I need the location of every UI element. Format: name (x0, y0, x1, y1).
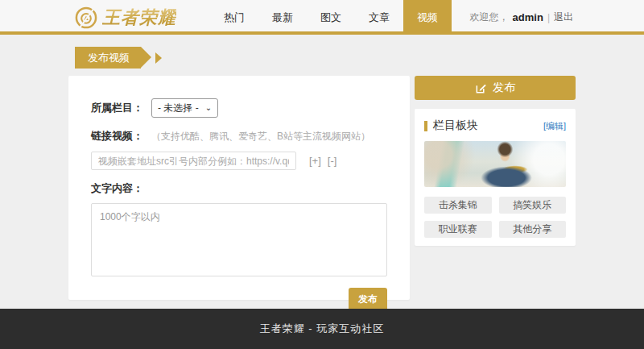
video-url-input[interactable] (91, 152, 296, 170)
nav-item-imagetext[interactable]: 图文 (307, 0, 355, 35)
welcome-text: 欢迎您， (470, 10, 509, 24)
breadcrumb-arrow-tip-icon (155, 52, 162, 64)
title-accent-bar (424, 121, 427, 131)
category-grid: 击杀集锦 搞笑娱乐 职业联赛 其他分享 (424, 197, 566, 238)
nav-item-articles[interactable]: 文章 (355, 0, 403, 35)
edit-square-icon (475, 82, 487, 94)
user-area: 欢迎您， admin | 退出 (470, 10, 573, 24)
publish-video-form-card: 所属栏目： - 未选择 - ⌄ 链接视频： （支持优酷、腾讯、爱奇艺、B站等主流… (68, 76, 410, 300)
nav-item-hot[interactable]: 热门 (210, 0, 258, 35)
video-link-hint: （支持优酷、腾讯、爱奇艺、B站等主流视频网站） (151, 130, 370, 143)
category-button-proleague[interactable]: 职业联赛 (424, 221, 492, 238)
breadcrumb: 发布视频 (75, 47, 141, 69)
text-content-label: 文字内容： (91, 181, 387, 196)
category-button-kills[interactable]: 击杀集锦 (424, 197, 492, 214)
username[interactable]: admin (513, 11, 543, 23)
add-url-button[interactable]: [+] (309, 155, 321, 167)
site-logo[interactable]: 王者荣耀 (74, 6, 176, 30)
category-select-value: - 未选择 - (158, 102, 199, 115)
form-submit-button[interactable]: 发布 (349, 288, 387, 311)
logo-text: 王者荣耀 (102, 6, 176, 30)
logo-icon (74, 6, 98, 30)
panel-title: 栏目板块 (433, 118, 478, 133)
main-nav: 热门 最新 图文 文章 视频 (210, 0, 452, 35)
page-footer: 王者荣耀 - 玩家互动社区 (0, 309, 644, 349)
top-header: 王者荣耀 热门 最新 图文 文章 视频 欢迎您， admin | 退出 (0, 0, 644, 35)
logout-link[interactable]: 退出 (554, 10, 573, 24)
nav-item-latest[interactable]: 最新 (258, 0, 307, 35)
category-banner-image[interactable] (424, 141, 566, 187)
remove-url-button[interactable]: [-] (328, 155, 337, 167)
category-button-other[interactable]: 其他分享 (499, 221, 567, 238)
category-label: 所属栏目： (91, 101, 143, 115)
chevron-down-icon: ⌄ (205, 104, 212, 112)
publish-button[interactable]: 发布 (415, 76, 576, 100)
category-button-funny[interactable]: 搞笑娱乐 (499, 197, 567, 214)
url-row-controls: [+] [-] (309, 155, 336, 167)
page-body: 发布视频 所属栏目： - 未选择 - ⌄ 链接视频： （支持优酷、腾讯、爱奇艺、… (0, 35, 644, 309)
video-link-label: 链接视频： (91, 129, 143, 143)
breadcrumb-row: 发布视频 (75, 47, 576, 69)
category-select[interactable]: - 未选择 - ⌄ (151, 98, 218, 118)
user-separator: | (547, 12, 550, 23)
footer-text: 王者荣耀 - 玩家互动社区 (260, 322, 385, 336)
edit-link[interactable]: [编辑] (543, 120, 566, 132)
nav-item-video[interactable]: 视频 (403, 0, 452, 35)
publish-button-label: 发布 (493, 81, 515, 95)
breadcrumb-label: 发布视频 (88, 51, 130, 65)
category-panel: 栏目板块 [编辑] 击杀集锦 搞笑娱乐 职业联赛 其他分享 (415, 109, 576, 246)
text-content-textarea[interactable] (91, 203, 387, 276)
right-sidebar: 发布 栏目板块 [编辑] 击杀集锦 搞笑娱乐 职业联赛 其他分享 (415, 76, 576, 300)
